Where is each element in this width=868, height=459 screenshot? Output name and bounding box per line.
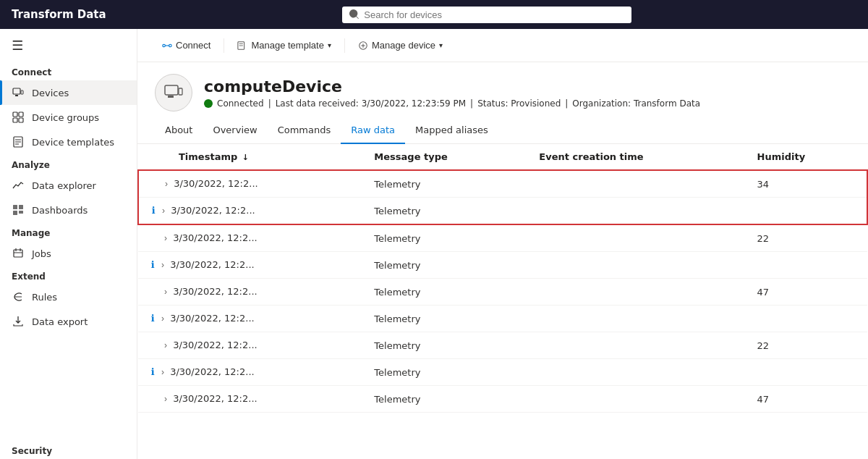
info-icon[interactable]: ℹ <box>147 259 158 271</box>
sidebar-item-devices[interactable]: Devices <box>0 80 137 105</box>
expand-button[interactable]: › <box>158 366 167 379</box>
svg-rect-31 <box>179 88 182 95</box>
cell-humidity <box>746 252 867 279</box>
topbar: Transform Data <box>0 0 868 29</box>
section-extend: Extend <box>0 266 137 285</box>
cell-humidity <box>746 198 867 225</box>
sidebar-item-jobs[interactable]: Jobs <box>0 241 137 266</box>
sidebar-item-data-export-label: Data export <box>32 316 88 327</box>
svg-rect-12 <box>19 205 23 209</box>
svg-rect-0 <box>13 88 20 94</box>
sidebar-item-jobs-label: Jobs <box>32 248 51 259</box>
cell-message-type: Telemetry <box>362 306 527 332</box>
cell-humidity: 34 <box>746 170 867 198</box>
manage-template-label: Manage template <box>251 40 323 51</box>
sidebar-item-rules[interactable]: Rules <box>0 285 137 309</box>
sidebar-item-device-templates[interactable]: Device templates <box>0 130 137 154</box>
tab-overview[interactable]: Overview <box>203 117 267 144</box>
info-icon[interactable]: ℹ <box>147 313 158 324</box>
table-row[interactable]: ℹ› 3/30/2022, 12:2...Telemetry <box>138 306 867 332</box>
tab-commands[interactable]: Commands <box>268 117 341 144</box>
section-security: Security <box>0 440 137 459</box>
col-event-creation-time: Event creation time <box>527 144 745 170</box>
table-row[interactable]: › 3/30/2022, 12:2...Telemetry34 <box>138 170 867 198</box>
cell-event-creation-time <box>527 224 745 252</box>
info-icon[interactable]: ℹ <box>147 366 158 378</box>
svg-rect-5 <box>13 118 17 122</box>
manage-template-icon <box>237 41 247 51</box>
search-input[interactable] <box>364 9 624 20</box>
sidebar-item-device-templates-label: Device templates <box>32 137 114 148</box>
raw-data-table-wrapper: Timestamp ↓ Message type Event creation … <box>137 144 868 459</box>
rules-icon <box>12 290 25 303</box>
col-humidity: Humidity <box>746 144 867 170</box>
connect-button[interactable]: Connect <box>155 36 218 54</box>
manage-template-button[interactable]: Manage template ▾ <box>230 36 338 54</box>
expand-button[interactable]: › <box>158 312 167 325</box>
data-export-icon <box>12 315 25 328</box>
cell-message-type: Telemetry <box>362 279 527 306</box>
sidebar-item-dashboards[interactable]: Dashboards <box>0 198 137 222</box>
expand-button[interactable]: › <box>162 177 171 190</box>
col-message-type: Message type <box>362 144 527 170</box>
device-groups-icon <box>12 111 25 124</box>
svg-point-20 <box>163 44 166 47</box>
manage-device-label: Manage device <box>372 40 435 51</box>
app-brand: Transform Data <box>12 8 106 21</box>
device-avatar <box>155 74 192 111</box>
cell-humidity: 22 <box>746 224 867 252</box>
device-org: Organization: Transform Data <box>572 98 700 109</box>
tabs-bar: About Overview Commands Raw data Mapped … <box>137 117 868 144</box>
section-analyze: Analyze <box>0 154 137 173</box>
table-row[interactable]: › 3/30/2022, 12:2...Telemetry22 <box>138 224 867 252</box>
cell-message-type: Telemetry <box>362 386 527 413</box>
expand-button[interactable]: › <box>161 339 170 352</box>
cell-message-type: Telemetry <box>362 170 527 198</box>
manage-device-button[interactable]: Manage device ▾ <box>351 36 450 54</box>
cell-message-type: Telemetry <box>362 198 527 225</box>
device-header: computeDevice Connected | Last data rece… <box>137 62 868 117</box>
expand-button[interactable]: › <box>161 232 170 245</box>
status-dot <box>204 99 213 108</box>
cell-event-creation-time <box>527 332 745 359</box>
table-row[interactable]: › 3/30/2022, 12:2...Telemetry47 <box>138 386 867 413</box>
svg-point-21 <box>169 44 172 47</box>
table-row[interactable]: › 3/30/2022, 12:2...Telemetry22 <box>138 332 867 359</box>
svg-rect-30 <box>168 96 174 98</box>
cell-event-creation-time <box>527 386 745 413</box>
cell-humidity <box>746 359 867 386</box>
svg-rect-15 <box>14 250 22 257</box>
devices-icon <box>12 86 25 99</box>
expand-button[interactable]: › <box>161 392 170 405</box>
main-content: Connect Manage template ▾ Manage device … <box>137 29 868 459</box>
col-timestamp[interactable]: Timestamp ↓ <box>138 144 362 170</box>
tab-about[interactable]: About <box>155 117 203 144</box>
tab-mapped-aliases[interactable]: Mapped aliases <box>405 117 498 144</box>
expand-button[interactable]: › <box>158 258 167 271</box>
data-explorer-icon <box>12 179 25 192</box>
svg-rect-2 <box>21 90 23 94</box>
status-separator-2: | <box>470 98 473 109</box>
svg-rect-14 <box>19 211 23 214</box>
device-provision: Status: Provisioned <box>477 98 561 109</box>
device-name: computeDevice <box>204 77 700 96</box>
table-row[interactable]: ℹ› 3/30/2022, 12:2...Telemetry <box>138 359 867 386</box>
table-header-row: Timestamp ↓ Message type Event creation … <box>138 144 867 170</box>
cell-humidity: 47 <box>746 386 867 413</box>
table-row[interactable]: ℹ› 3/30/2022, 12:2...Telemetry <box>138 252 867 279</box>
connect-label: Connect <box>176 40 210 51</box>
expand-button[interactable]: › <box>159 204 168 217</box>
sidebar-item-data-explorer[interactable]: Data explorer <box>0 173 137 198</box>
table-row[interactable]: › 3/30/2022, 12:2...Telemetry47 <box>138 279 867 306</box>
sidebar: ☰ Connect Devices Device groups Device t… <box>0 29 137 459</box>
cell-humidity <box>746 306 867 332</box>
hamburger-button[interactable]: ☰ <box>0 29 137 62</box>
table-row[interactable]: ℹ› 3/30/2022, 12:2...Telemetry <box>138 198 867 225</box>
expand-button[interactable]: › <box>161 285 170 298</box>
sidebar-item-device-groups[interactable]: Device groups <box>0 105 137 130</box>
search-box[interactable] <box>342 7 631 23</box>
info-icon[interactable]: ℹ <box>148 205 159 216</box>
cell-event-creation-time <box>527 359 745 386</box>
sidebar-item-data-export[interactable]: Data export <box>0 309 137 334</box>
tab-raw-data[interactable]: Raw data <box>341 117 405 144</box>
